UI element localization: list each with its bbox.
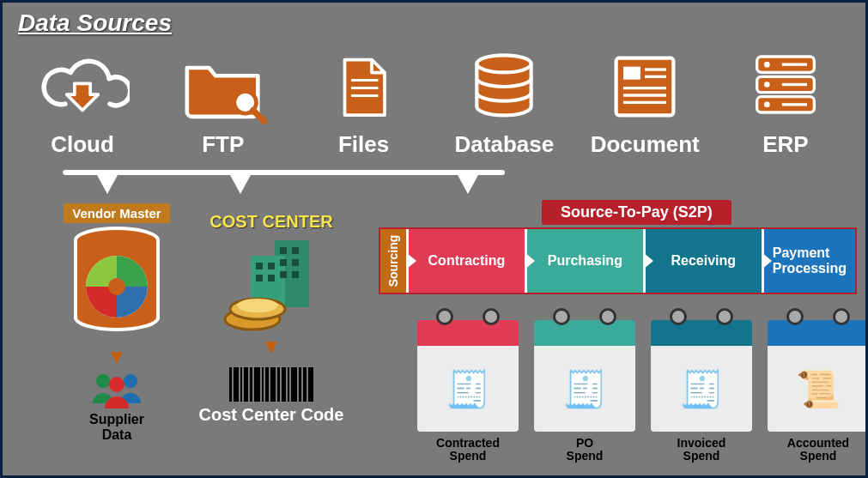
arrow-down-icon [230,175,251,194]
svg-rect-35 [292,259,299,266]
cost-center-icon [211,237,331,340]
database-icon [457,44,551,130]
card-po-spend: 🧾 PO Spend [534,308,635,463]
step-payment: Payment Processing [762,229,855,293]
svg-rect-40 [256,275,263,281]
flow-connector [63,170,805,197]
data-sources-row: Cloud FTP Files [18,44,850,158]
svg-rect-34 [280,259,287,266]
svg-rect-37 [292,271,299,278]
step-receiving: Receiving [643,229,762,293]
server-icon [738,44,833,130]
cost-center-block: COST CENTER ▼ [198,212,344,425]
svg-rect-36 [280,271,287,278]
svg-rect-38 [256,263,263,269]
step-sourcing: Sourcing [380,229,406,293]
s2p-header: Source-To-Pay (S2P) [542,200,731,225]
svg-point-27 [96,374,110,388]
source-label: Files [338,131,389,158]
cloud-icon [35,44,130,130]
svg-rect-32 [280,247,287,254]
svg-point-19 [764,82,770,88]
source-label: Cloud [51,131,114,158]
spend-cards-row: 🧾 Contracted Spend 🧾 PO Spend 🧾 Invoiced… [417,308,857,463]
source-label: ERP [762,131,808,158]
svg-point-28 [124,374,137,388]
page-title: Data Sources [18,9,172,37]
source-files: Files [300,44,428,158]
source-erp: ERP [721,44,850,158]
step-purchasing: Purchasing [525,229,643,293]
source-ftp: FTP [159,44,288,158]
people-icon [86,369,148,412]
svg-point-29 [109,377,124,392]
source-cloud: Cloud [18,44,147,158]
svg-line-1 [253,111,264,122]
file-icon [317,44,411,130]
cost-center-code-label: Cost Center Code [199,405,344,425]
s2p-process-row: Sourcing Contracting Purchasing Receivin… [379,227,857,294]
source-label: FTP [202,131,244,158]
svg-rect-33 [292,247,299,254]
svg-point-44 [237,299,278,312]
supplier-data-label: Supplier Data [89,412,144,442]
invoice-dollar-icon: 🧾 [446,368,490,410]
svg-point-20 [764,102,770,108]
invoice-dollar-icon: 🧾 [679,368,724,410]
arrow-down-icon [458,175,478,194]
svg-rect-9 [623,67,640,80]
svg-rect-39 [268,263,275,269]
step-contracting: Contracting [406,229,525,293]
vendor-master-title: Vendor Master [64,203,169,223]
source-label: Database [455,131,555,158]
ledger-icon: 📜 [796,368,841,410]
cost-center-title: COST CENTER [209,212,332,232]
s2p-block: Source-To-Pay (S2P) Sourcing Contracting… [379,202,857,470]
svg-point-26 [108,278,125,295]
invoice-dollar-icon: 🧾 [562,368,607,410]
arrow-down-icon: ▼ [106,345,127,369]
arrow-down-icon [97,175,118,194]
card-contracted-spend: 🧾 Contracted Spend [417,308,519,463]
vendor-master-db-icon [65,227,168,342]
card-accounted-spend: 📜 Accounted Spend [768,308,868,463]
source-database: Database [440,44,568,158]
source-label: Document [591,131,700,158]
vendor-master-block: Vendor Master ▼ Supplier Data [52,203,181,442]
source-document: Document [580,44,709,158]
folder-search-icon [176,44,270,130]
svg-point-18 [764,62,770,68]
document-icon [598,44,692,130]
card-invoiced-spend: 🧾 Invoiced Spend [651,308,752,463]
barcode-icon [211,367,331,402]
svg-rect-41 [268,275,275,281]
